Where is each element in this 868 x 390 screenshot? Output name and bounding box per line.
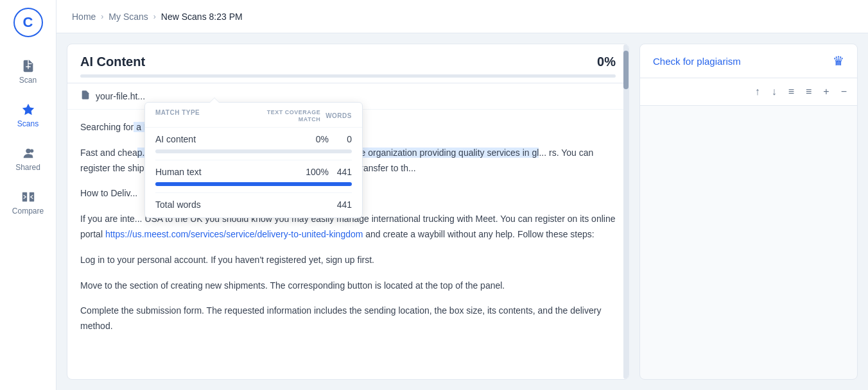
scrollbar-thumb[interactable]: [623, 51, 629, 89]
main-content: Home › My Scans › New Scans 8:23 PM AI C…: [56, 0, 868, 390]
sidebar-item-shared[interactable]: Shared: [0, 137, 56, 181]
crown-icon: ♛: [833, 53, 844, 69]
match-words-human: 441: [329, 167, 352, 177]
sidebar-item-scans[interactable]: Scans: [0, 94, 56, 137]
match-col-coverage: TEXT COVERAGEMATCH: [267, 109, 321, 123]
match-val-human: 100%: [298, 167, 329, 177]
match-popup: MATCH TYPE TEXT COVERAGEMATCH WORDS AI c…: [144, 102, 363, 218]
svg-point-4: [30, 149, 33, 153]
breadcrumb-chevron-2: ›: [153, 12, 156, 21]
match-bar-human-wrap: [145, 181, 362, 192]
match-words-ai: 0: [329, 134, 352, 144]
toolbar-down-btn[interactable]: ↓: [769, 83, 779, 100]
doc-link[interactable]: https://us.meest.com/services/service/de…: [105, 229, 363, 239]
svg-marker-2: [22, 104, 33, 115]
scrollbar-track[interactable]: [623, 44, 629, 379]
doc-para-7: Complete the submission form. The reques…: [80, 303, 616, 334]
compare-icon: [21, 190, 35, 204]
right-panel: Check for plagiarism ♛ ↑ ↓ ≡ ≡ + −: [639, 44, 858, 380]
match-type-human: Human text: [155, 167, 298, 177]
match-popup-header: MATCH TYPE TEXT COVERAGEMATCH WORDS: [145, 103, 362, 128]
total-label: Total words: [155, 199, 201, 210]
file-icon: [80, 90, 91, 103]
breadcrumb-current: New Scans 8:23 PM: [161, 12, 243, 22]
total-val: 441: [337, 199, 352, 210]
app-logo[interactable]: C: [13, 8, 43, 37]
breadcrumb-chevron-1: ›: [101, 12, 103, 21]
doc-para-6: Move to the section of creating new ship…: [80, 278, 616, 294]
ai-content-title: AI Content: [80, 55, 145, 69]
toolbar-remove-btn[interactable]: −: [838, 83, 849, 100]
match-bar-human: [155, 182, 352, 186]
match-bar-ai: [155, 149, 352, 153]
match-bar-ai-wrap: [145, 148, 362, 160]
sidebar-item-compare[interactable]: Compare: [0, 181, 56, 225]
sidebar-scan-label: Scan: [19, 76, 37, 85]
ai-progress-bar: [80, 74, 616, 78]
scans-icon: [21, 103, 35, 117]
sidebar-scans-label: Scans: [17, 119, 39, 128]
match-col-type: MATCH TYPE: [155, 109, 200, 123]
svg-point-3: [26, 149, 30, 153]
ai-content-header: AI Content 0%: [67, 44, 629, 83]
breadcrumb-home[interactable]: Home: [72, 12, 96, 22]
doc-para-5: Log in to your personal account. If you …: [80, 253, 616, 268]
match-row-human: Human text 100% 441: [145, 160, 362, 181]
sidebar: C Scan Scans Shar: [0, 0, 56, 390]
file-name: your-file.ht...: [96, 91, 145, 101]
toolbar: ↑ ↓ ≡ ≡ + −: [640, 78, 857, 106]
ai-content-percent: 0%: [597, 55, 616, 69]
total-row: Total words 441: [145, 193, 362, 217]
toolbar-up-btn[interactable]: ↑: [752, 83, 763, 100]
match-col-words: WORDS: [326, 112, 352, 119]
toolbar-align-right-btn[interactable]: ≡: [803, 83, 814, 100]
sidebar-shared-label: Shared: [15, 163, 40, 172]
content-area: AI Content 0% your-file.ht... Searching: [56, 33, 868, 390]
match-val-ai: 0%: [298, 134, 329, 144]
sidebar-compare-label: Compare: [12, 207, 44, 216]
breadcrumb-my-scans[interactable]: My Scans: [108, 12, 148, 22]
check-plagiarism-link[interactable]: Check for plagiarism: [653, 56, 741, 67]
plagiarism-header: Check for plagiarism ♛: [640, 44, 857, 78]
scan-icon: [21, 59, 35, 73]
match-row-ai: AI content 0% 0: [145, 128, 362, 148]
topbar: Home › My Scans › New Scans 8:23 PM: [56, 0, 868, 33]
match-type-ai: AI content: [155, 134, 298, 144]
toolbar-add-btn[interactable]: +: [820, 83, 831, 100]
shared-icon: [21, 146, 35, 160]
left-panel: AI Content 0% your-file.ht... Searching: [67, 44, 629, 380]
sidebar-item-scan[interactable]: Scan: [0, 50, 56, 94]
toolbar-align-left-btn[interactable]: ≡: [786, 83, 797, 100]
